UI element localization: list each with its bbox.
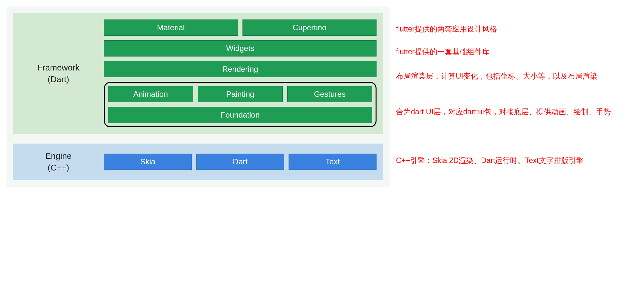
material-box: Material xyxy=(104,19,238,36)
annotation-dart-ui: 合为dart UI层，对应dart:ui包，对接底层、提供动画、绘制、手势 xyxy=(396,89,611,135)
engine-label-line1: Engine xyxy=(19,150,97,162)
framework-label-line2: (Dart) xyxy=(19,73,97,85)
cupertino-box: Cupertino xyxy=(242,19,377,36)
framework-label: Framework (Dart) xyxy=(19,62,97,85)
framework-label-line1: Framework xyxy=(19,62,97,73)
annotation-design-styles: flutter提供的两套应用设计风格 xyxy=(396,18,611,41)
framework-row-3: Rendering xyxy=(104,61,377,77)
widgets-box: Widgets xyxy=(104,40,377,57)
dart-ui-group: Animation Painting Gestures Foundation xyxy=(104,82,377,127)
animation-box: Animation xyxy=(108,86,193,102)
annotation-widgets: flutter提供的一套基础组件库 xyxy=(396,41,611,63)
engine-label: Engine (C++) xyxy=(19,150,97,174)
annotations-column: flutter提供的两套应用设计风格 flutter提供的一套基础组件库 布局渲… xyxy=(396,6,611,187)
diagram-container: Framework (Dart) Material Cupertino Widg… xyxy=(6,6,638,187)
framework-row-2: Widgets xyxy=(104,40,377,57)
rendering-box: Rendering xyxy=(104,61,377,77)
architecture-diagram: Framework (Dart) Material Cupertino Widg… xyxy=(6,6,390,187)
framework-content: Material Cupertino Widgets Rendering Ani… xyxy=(104,19,377,127)
framework-section: Framework (Dart) Material Cupertino Widg… xyxy=(13,13,383,134)
framework-row-1: Material Cupertino xyxy=(104,19,377,36)
framework-row-4: Animation Painting Gestures xyxy=(108,86,372,102)
painting-box: Painting xyxy=(198,86,283,102)
dart-box: Dart xyxy=(196,154,284,170)
engine-content: Skia Dart Text xyxy=(104,154,377,170)
engine-label-line2: (C++) xyxy=(19,162,97,173)
framework-row-5: Foundation xyxy=(108,107,372,123)
annotation-rendering: 布局渲染层，计算UI变化，包括坐标、大小等，以及布局渲染 xyxy=(396,63,611,89)
engine-section: Engine (C++) Skia Dart Text xyxy=(13,144,383,180)
text-box: Text xyxy=(289,154,377,170)
annotation-engine: C++引擎：Skia 2D渲染、Dart运行时、Text文字排版引擎 xyxy=(396,135,611,187)
foundation-box: Foundation xyxy=(108,107,372,123)
skia-box: Skia xyxy=(104,154,192,170)
engine-row: Skia Dart Text xyxy=(104,154,377,170)
gestures-box: Gestures xyxy=(287,86,372,102)
